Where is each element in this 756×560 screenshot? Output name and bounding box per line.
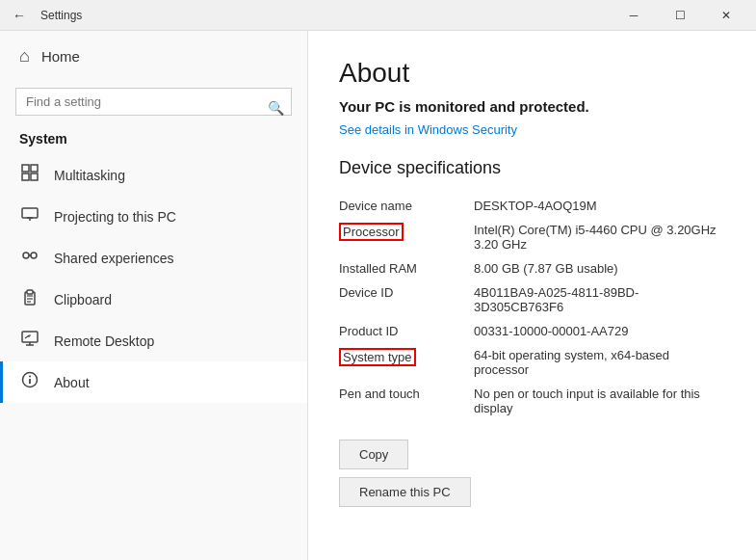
sidebar-multitasking-label: Multitasking <box>54 168 125 183</box>
action-buttons: Copy Rename this PC <box>339 440 725 515</box>
protection-status: Your PC is monitored and protected. <box>339 98 725 115</box>
spec-value: 64-bit operating system, x64-based proce… <box>474 343 725 382</box>
svg-rect-1 <box>31 165 38 172</box>
svg-point-23 <box>29 376 31 378</box>
spec-label: Device name <box>339 194 474 218</box>
spec-value: 4B011BA9-A025-4811-89BD-3D305CB763F6 <box>474 280 725 319</box>
titlebar-title: Settings <box>40 9 82 22</box>
titlebar-left: ← Settings <box>8 4 82 27</box>
specs-row: Device ID4B011BA9-A025-4811-89BD-3D305CB… <box>339 280 725 319</box>
spec-value: Intel(R) Core(TM) i5-4460 CPU @ 3.20GHz … <box>474 218 725 256</box>
svg-rect-2 <box>22 173 29 180</box>
titlebar-controls: ─ ☐ ✕ <box>612 0 748 31</box>
sidebar-item-shared-experiences[interactable]: Shared experiences <box>0 237 307 279</box>
multitasking-icon <box>19 164 40 186</box>
rename-button[interactable]: Rename this PC <box>339 477 471 507</box>
svg-rect-11 <box>27 290 33 294</box>
search-icon: 🔍 <box>268 100 284 116</box>
remote-desktop-icon <box>19 330 40 352</box>
sidebar: ⌂ Home 🔍 System Multitasking <box>0 31 308 560</box>
specs-row: Installed RAM8.00 GB (7.87 GB usable) <box>339 256 725 280</box>
device-specs-title: Device specifications <box>339 158 725 178</box>
page-title: About <box>339 58 725 89</box>
spec-label: Pen and touch <box>339 382 474 420</box>
svg-rect-0 <box>22 165 29 172</box>
specs-row: Pen and touchNo pen or touch input is av… <box>339 382 725 420</box>
sidebar-shared-label: Shared experiences <box>54 251 174 266</box>
sidebar-home-label: Home <box>41 48 80 65</box>
sidebar-item-about[interactable]: About <box>0 361 307 403</box>
copy-button[interactable]: Copy <box>339 440 408 469</box>
svg-point-7 <box>23 253 29 258</box>
content-panel: About Your PC is monitored and protected… <box>308 31 756 560</box>
security-link[interactable]: See details in Windows Security <box>339 122 517 137</box>
svg-rect-3 <box>31 173 38 180</box>
specs-row: System type64-bit operating system, x64-… <box>339 343 725 382</box>
svg-line-18 <box>25 335 29 338</box>
back-button[interactable]: ← <box>8 4 31 27</box>
sidebar-clipboard-label: Clipboard <box>54 292 112 307</box>
sidebar-item-clipboard[interactable]: Clipboard <box>0 279 307 320</box>
spec-value: 8.00 GB (7.87 GB usable) <box>474 256 725 280</box>
sidebar-remote-label: Remote Desktop <box>54 333 154 349</box>
about-icon <box>19 371 40 393</box>
specs-table: Device nameDESKTOP-4AOQ19MProcessorIntel… <box>339 194 725 420</box>
svg-rect-15 <box>22 332 38 342</box>
minimize-button[interactable]: ─ <box>612 0 656 31</box>
spec-value: 00331-10000-00001-AA729 <box>474 319 725 343</box>
search-container: 🔍 <box>0 82 307 127</box>
close-button[interactable]: ✕ <box>704 0 748 31</box>
specs-row: Device nameDESKTOP-4AOQ19M <box>339 194 725 218</box>
specs-row: Product ID00331-10000-00001-AA729 <box>339 319 725 343</box>
spec-value: DESKTOP-4AOQ19M <box>474 194 725 218</box>
spec-label-highlighted: Processor <box>339 223 404 241</box>
sidebar-section-title: System <box>0 127 307 154</box>
sidebar-home-item[interactable]: ⌂ Home <box>0 31 307 82</box>
shared-experiences-icon <box>19 247 40 269</box>
sidebar-about-label: About <box>54 375 90 390</box>
maximize-button[interactable]: ☐ <box>658 0 702 31</box>
spec-label: Installed RAM <box>339 256 474 280</box>
specs-row: ProcessorIntel(R) Core(TM) i5-4460 CPU @… <box>339 218 725 256</box>
titlebar-nav: ← <box>8 4 31 27</box>
home-icon: ⌂ <box>19 46 30 67</box>
projecting-icon <box>19 205 40 227</box>
spec-label: Device ID <box>339 280 474 319</box>
spec-value: No pen or touch input is available for t… <box>474 382 725 420</box>
clipboard-icon <box>19 288 40 310</box>
sidebar-item-remote-desktop[interactable]: Remote Desktop <box>0 320 307 361</box>
search-input[interactable] <box>15 88 292 116</box>
spec-label: Product ID <box>339 319 474 343</box>
svg-point-8 <box>31 253 37 258</box>
sidebar-item-projecting[interactable]: Projecting to this PC <box>0 196 307 237</box>
sidebar-item-multitasking[interactable]: Multitasking <box>0 154 307 196</box>
sidebar-projecting-label: Projecting to this PC <box>54 209 176 225</box>
svg-rect-4 <box>22 208 38 218</box>
titlebar: ← Settings ─ ☐ ✕ <box>0 0 756 31</box>
main-container: ⌂ Home 🔍 System Multitasking <box>0 31 756 560</box>
spec-label-highlighted: System type <box>339 348 416 366</box>
